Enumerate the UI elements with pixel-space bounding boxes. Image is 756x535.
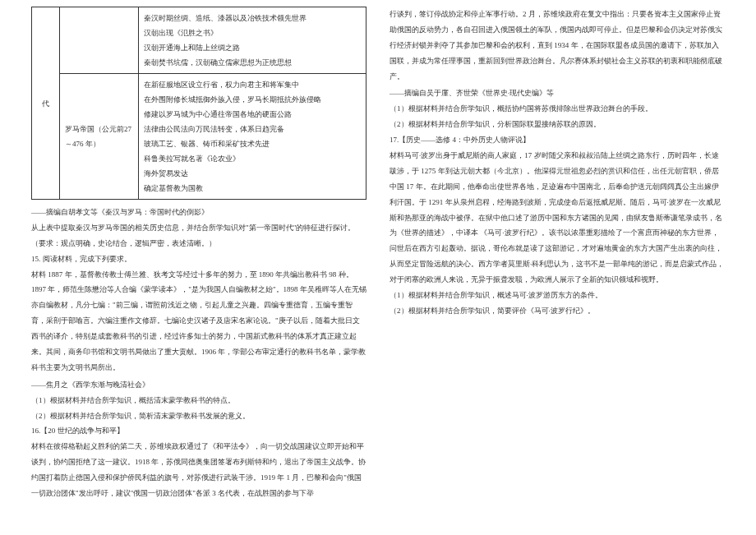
table-row: 代 秦汉时期丝绸、造纸、漆器以及冶铁技术领先世界 汉朝出现《氾胜之书》 汉朝开通… — [32, 7, 366, 74]
cell-rome-label: 罗马帝国（公元前27～476 年） — [60, 74, 139, 200]
cell-era: 代 — [32, 7, 60, 200]
table-row: 罗马帝国（公元前27～476 年） 在新征服地区设立行省，权力向君主和将军集中 … — [32, 74, 366, 200]
line: 修建以罗马城为中心通往帝国各地的硬面公路 — [144, 107, 361, 122]
question-17-sub1: （1）根据材料并结合所学知识，概述马可·波罗游历东方的条件。 — [390, 288, 725, 303]
source-citation: ——焦月之《西学东渐与晚清社会》 — [31, 377, 366, 393]
question-15-material: 材料 1887 年，基督教传教士傅兰雅、狄考文等经过十多年的努力，至 1890 … — [31, 267, 366, 376]
line: 汉朝出现《氾胜之书》 — [144, 25, 361, 40]
line: 秦朝焚书坑儒，汉朝确立儒家思想为正统思想 — [144, 55, 361, 70]
line: 玻璃工艺、银器、铸币和采矿技术先进 — [144, 136, 361, 151]
comparison-table: 代 秦汉时期丝绸、造纸、漆器以及冶铁技术领先世界 汉朝出现《氾胜之书》 汉朝开通… — [31, 7, 366, 200]
line: 确定基督教为国教 — [144, 181, 361, 196]
question-17-sub2: （2）根据材料并结合所学知识，简要评价《马可·波罗行纪》。 — [390, 303, 725, 319]
question-requirement: （要求：观点明确，史论结合，逻辑严密，表述清晰。） — [31, 236, 366, 251]
question-15-sub1: （1）根据材料并结合所学知识，概括清末蒙学教科书的特点。 — [31, 393, 366, 408]
question-16-heading: 16.【20 世纪的战争与和平】 — [31, 423, 366, 439]
line: 在外围附修长城抵御外族入侵，罗马长期抵抗外族侵略 — [144, 92, 361, 107]
line: 科鲁美拉写就名著《论农业》 — [144, 151, 361, 166]
line: 海外贸易发达 — [144, 166, 361, 181]
question-prompt: 从上表中提取秦汉与罗马帝国的相关历史信息，并结合所学知识对"第一帝国时代"的特征… — [31, 220, 366, 236]
question-17-material: 材料马可·波罗出身于威尼斯的商人家庭，17 岁时随父亲和叔叔沿陆上丝绸之路东行，… — [390, 148, 725, 288]
question-15-sub2: （2）根据材料并结合所学知识，简析清末蒙学教科书发展的意义。 — [31, 408, 366, 424]
question-15-heading: 15. 阅读材料，完成下列要求。 — [31, 251, 366, 267]
source-citation: ——摘编自胡孝文等《秦汉与罗马：帝国时代的倒影》 — [31, 205, 366, 220]
question-16-sub1: （1）根据材料并结合所学知识，概括协约国将苏俄排除出世界政治舞台的手段。 — [390, 101, 725, 117]
cell-empty — [60, 7, 139, 74]
question-17-heading: 17.【历史——选修 4：中外历史人物评说】 — [390, 132, 725, 148]
line: 汉朝开通海上和陆上丝绸之路 — [144, 40, 361, 55]
line: 秦汉时期丝绸、造纸、漆器以及冶铁技术领先世界 — [144, 11, 361, 25]
cell-rome: 在新征服地区设立行省，权力向君主和将军集中 在外围附修长城抵御外族入侵，罗马长期… — [139, 74, 366, 200]
question-16-sub2: （2）根据材料并结合所学知识，分析国际联盟接纳苏联的原因。 — [390, 117, 725, 132]
source-citation: ——摘编自吴于廑、齐世荣《世界史·现代史编》等 — [390, 85, 725, 101]
question-16-material: 材料在彼得格勒起义胜利的第二天，苏维埃政权通过了《和平法令》，向一切交战国建议立… — [31, 439, 366, 501]
question-16-material-cont: 行谈判，签订停战协定和停止军事行动。2 月，苏维埃政府在复文中指出：只要各资本主… — [390, 7, 725, 84]
cell-qinhan: 秦汉时期丝绸、造纸、漆器以及冶铁技术领先世界 汉朝出现《氾胜之书》 汉朝开通海上… — [139, 7, 366, 74]
line: 在新征服地区设立行省，权力向君主和将军集中 — [144, 77, 361, 92]
line: 法律由公民法向万民法转变，体系日趋完备 — [144, 122, 361, 136]
